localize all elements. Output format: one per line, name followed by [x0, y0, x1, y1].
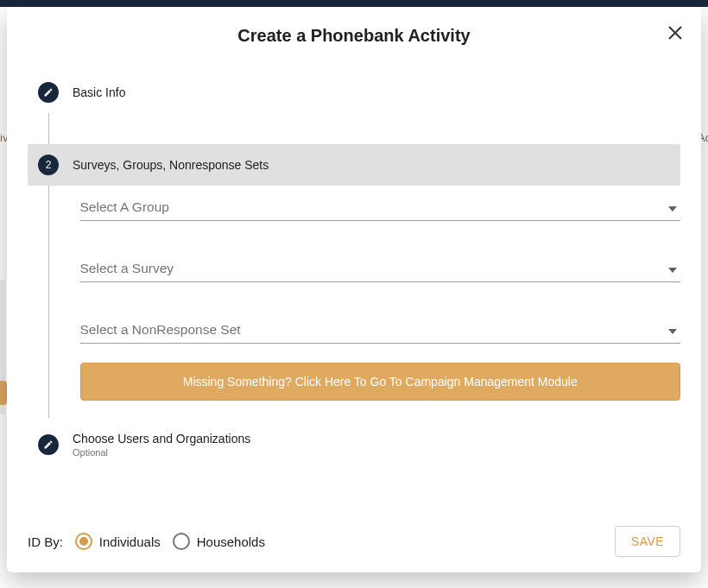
step-1-label: Basic Info	[73, 85, 125, 99]
step-surveys-groups[interactable]: 2 Surveys, Groups, Nonresponse Sets	[28, 144, 680, 186]
close-button[interactable]	[665, 22, 686, 43]
modal-footer: ID By: Individuals Households SAVE	[7, 514, 701, 572]
bg-chip	[0, 381, 7, 405]
select-nonresponse-input[interactable]: Select a NonResponse Set	[80, 317, 681, 344]
connector-1	[48, 113, 49, 144]
step-users-orgs[interactable]: Choose Users and Organizations Optional	[28, 421, 680, 468]
missing-something-button[interactable]: Missing Something? Click Here To Go To C…	[80, 363, 681, 401]
modal-title: Create a Phonebank Activity	[24, 26, 684, 46]
step-2-label: Surveys, Groups, Nonresponse Sets	[73, 158, 269, 172]
step-3-sublabel: Optional	[73, 447, 250, 458]
app-topbar	[0, 0, 708, 7]
stepper: Basic Info 2 Surveys, Groups, Nonrespons…	[28, 72, 680, 468]
pencil-icon	[43, 439, 54, 450]
save-button[interactable]: SAVE	[615, 526, 680, 557]
radio-dot-icon	[79, 537, 88, 546]
pencil-icon	[43, 87, 54, 98]
step-1-circle	[38, 82, 59, 103]
id-by-label: ID By:	[28, 534, 63, 549]
radio-individuals-label: Individuals	[99, 534, 161, 549]
select-group-input[interactable]: Select A Group	[80, 194, 681, 221]
radio-icon	[75, 533, 92, 550]
step-2-number: 2	[46, 159, 52, 171]
step-3-label: Choose Users and Organizations	[73, 432, 250, 446]
select-survey-input[interactable]: Select a Survey	[80, 256, 681, 282]
step-2-circle: 2	[38, 155, 59, 175]
create-phonebank-modal: Create a Phonebank Activity Basic Info 2	[7, 7, 701, 572]
modal-body[interactable]: Basic Info 2 Surveys, Groups, Nonrespons…	[7, 56, 701, 514]
select-survey-field[interactable]: Select a Survey	[80, 256, 681, 282]
select-group-field[interactable]: Select A Group	[80, 194, 681, 221]
radio-households-label: Households	[197, 534, 265, 549]
step-3-label-wrap: Choose Users and Organizations Optional	[73, 432, 250, 458]
radio-individuals[interactable]: Individuals	[75, 533, 161, 550]
step-3-circle	[38, 434, 59, 455]
step-basic-info[interactable]: Basic Info	[28, 72, 680, 113]
radio-icon	[173, 533, 190, 550]
modal-body-wrap: Basic Info 2 Surveys, Groups, Nonrespons…	[7, 56, 701, 514]
close-icon	[667, 25, 683, 41]
select-nonresponse-field[interactable]: Select a NonResponse Set	[80, 317, 681, 344]
radio-households[interactable]: Households	[173, 533, 265, 550]
step-2-content: Select A Group Select a Survey Select a …	[48, 186, 681, 418]
id-by-group: ID By: Individuals Households	[28, 533, 265, 550]
modal-header: Create a Phonebank Activity	[7, 7, 701, 56]
